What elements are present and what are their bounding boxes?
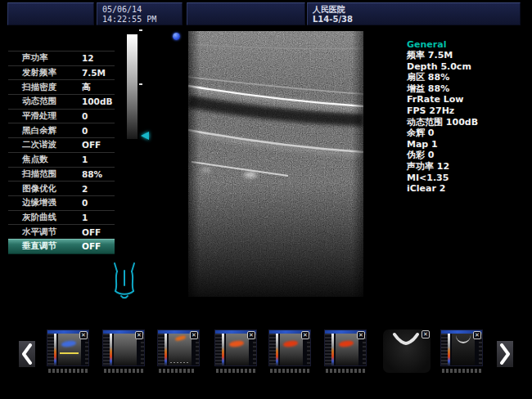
close-icon[interactable]: ✕ [190,331,198,339]
topbar-empty-panel-left [7,2,94,25]
param-value: 12 [82,53,94,63]
param-row-scan-range[interactable]: 扫描范围88% [8,168,115,182]
thumbnail[interactable]: ✕ [383,330,431,373]
info-framerate: FrRate Low [407,94,530,105]
depth-tick-mid [139,83,142,85]
hospital-name: 人民医院 [308,3,520,15]
param-row-scan-density[interactable]: 扫描密度高 [8,80,115,95]
thumbnail-caption [48,369,88,373]
info-gain: 增益 88% [407,83,530,95]
param-label: 发射频率 [22,67,56,78]
body-mark-icon[interactable] [109,260,140,304]
param-label: 图像优化 [22,183,56,195]
thumbnail-image [336,334,358,365]
thumb-sidebar [215,334,222,365]
thumb-colorbar [448,334,450,365]
thumbnail[interactable]: ✕ [268,330,311,366]
thumb-sidebar [325,334,331,365]
param-value: OFF [82,227,101,237]
param-label: 扫描密度 [22,82,56,93]
datetime-panel: 05/06/14 14:22:55 PM [97,2,183,25]
info-persistence: 余辉 0 [407,128,530,139]
close-icon[interactable]: ✕ [247,331,255,339]
close-icon[interactable]: ✕ [135,331,143,339]
param-value: 1 [82,155,88,164]
param-value: 88% [82,169,102,179]
thumbnail[interactable]: ✕ [102,330,145,366]
thumbnail[interactable]: ✕ [214,330,257,366]
param-row-smoothing[interactable]: 平滑处理0 [8,110,115,124]
thumb-colorbar [331,334,334,365]
hospital-panel: 人民医院 L14-5/38 [307,2,521,25]
image-info-panel: General 频率 7.5M Depth 5.0cm 扇区 88% 增益 88… [407,39,530,195]
param-value: 1 [82,213,88,222]
topbar-empty-panel-middle [187,2,305,25]
param-row-focus-number[interactable]: 焦点数1 [8,153,115,168]
thumb-colorbar [165,334,167,365]
thumbnail-caption [104,369,143,373]
param-value: 100dB [82,96,112,106]
info-depth: Depth 5.0cm [407,61,530,73]
param-value: 0 [82,111,88,121]
param-label: 黑白余辉 [22,125,56,137]
param-row-bw-persistence[interactable]: 黑白余辉0 [8,123,115,138]
param-label: 扫描范围 [22,168,56,180]
time-label: 14:22:55 PM [97,15,182,25]
param-label: 动态范围 [22,96,56,107]
doppler-patch [175,334,187,341]
collar-shape [456,335,471,343]
param-value: 高 [82,82,91,93]
param-value: 0 [82,198,88,208]
close-icon[interactable]: ✕ [79,331,88,339]
param-label: 边缘增强 [22,197,56,208]
preset-title: General [407,39,530,50]
focus-marker-icon[interactable] [141,132,149,140]
thumb-sidebar [158,334,165,365]
thumbnail-image [58,334,81,365]
param-row-edge-enhance[interactable]: 边缘增强0 [8,196,115,211]
thumb-sidebar [269,334,276,365]
probe-orientation-marker-icon [173,33,180,40]
info-sector: 扇区 88% [407,72,530,83]
thumbnail[interactable]: ✕ [440,330,483,366]
param-row-tx-frequency[interactable]: 发射频率7.5M [8,66,115,81]
info-dynamic-range: 动态范围 100dB [407,117,530,128]
thumbnail-caption [270,369,309,373]
param-row-vertical-adjust-selected[interactable]: 垂直调节OFF [8,239,115,254]
next-thumbnails-button[interactable] [497,341,513,367]
ultrasound-render [188,31,363,297]
thumbnail-caption [159,369,195,373]
spectral-trace [60,352,79,354]
param-row-harmonic[interactable]: 二次谐波OFF [8,138,115,153]
thumbnail-image [280,334,303,365]
param-label: 灰阶曲线 [22,212,56,223]
param-row-dynamic-range[interactable]: 动态范围100dB [8,95,115,110]
param-value: 7.5M [82,68,106,78]
param-label: 平滑处理 [22,110,56,122]
thumbnail-caption [326,369,365,373]
ultrasound-app-screen: 05/06/14 14:22:55 PM 人民医院 L14-5/38 声功率12… [0,0,532,399]
info-frequency: 频率 7.5M [407,50,530,61]
thumb-colorbar [54,334,56,365]
close-icon[interactable]: ✕ [301,331,309,339]
prev-thumbnails-button[interactable] [19,341,35,367]
close-icon[interactable]: ✕ [357,331,365,339]
thumb-sidebar [441,334,448,365]
close-icon[interactable]: ✕ [473,331,481,339]
thumbnail-strip: ✕ ✕ ✕ [0,329,532,379]
param-row-acoustic-power[interactable]: 声功率12 [8,52,115,66]
param-row-gray-curve[interactable]: 灰阶曲线1 [8,211,115,226]
depth-tick-top [139,29,142,31]
chevron-left-icon [21,343,33,365]
thumbnail[interactable]: ✕ [47,330,89,366]
param-row-image-optimize[interactable]: 图像优化2 [8,182,115,196]
thumb-colorbar [222,334,224,365]
ultrasound-image[interactable] [188,31,363,297]
param-row-horizontal-adjust[interactable]: 水平调节OFF [8,225,115,240]
thumbnail[interactable]: ✕ [157,330,200,366]
param-value: 2 [82,184,88,194]
close-icon[interactable]: ✕ [422,330,430,338]
thumbnail[interactable]: ✕ [324,330,367,366]
date-label: 05/06/14 [97,3,182,15]
thumbnail-image [226,334,249,365]
